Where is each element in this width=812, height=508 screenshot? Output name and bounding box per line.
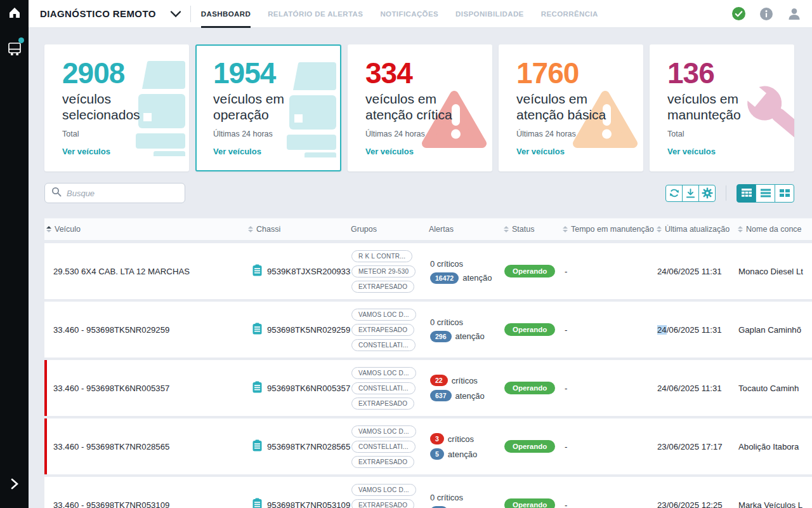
card-value: 1760 [516, 58, 643, 89]
dealer-name: Tocauto Caminh [736, 384, 812, 393]
chassis-cell: 953698TK6NR005357 [246, 381, 349, 395]
vehicle-name: 33.460 - 953698TK7NR028565 [44, 442, 246, 451]
group-pill: EXTRAPESADO [351, 499, 414, 508]
column-header-tempo-manutencao[interactable]: Tempo em manutenção [561, 225, 655, 234]
table-toolbar [44, 182, 794, 204]
alerts-cell: 22 críticos 637 atenção [427, 375, 502, 401]
card-veiculos-atencao-critica[interactable]: 334 veículos em atenção crítica Últimas … [348, 44, 492, 171]
critical-alerts: 0 críticos [430, 259, 463, 269]
card-period: Total [667, 130, 794, 138]
attention-alerts: 296 atenção [430, 331, 485, 342]
card-veiculos-selecionados[interactable]: 2908 veículos selecionados Total Ver veí… [44, 44, 189, 171]
tab-recorrencia[interactable]: RECORRÊNCIA [541, 0, 598, 28]
dealer-name: Monaco Diesel Lt [736, 267, 812, 276]
last-update: 23/06/2025 12:25 [655, 500, 736, 508]
column-header-ultima-atualizacao[interactable]: Última atualização [655, 225, 736, 234]
dealer-name: Abolição Itabora [736, 442, 812, 451]
home-button[interactable] [0, 0, 29, 28]
column-header-nome-concessionaria[interactable]: Nome da conce [736, 225, 812, 234]
maintenance-time: - [561, 442, 655, 451]
status-cell: Operando [502, 440, 561, 453]
ver-veiculos-link[interactable]: Ver veículos [62, 147, 110, 156]
table-row[interactable]: 33.460 - 953698TK5NR029259 953698TK5NR02… [44, 302, 812, 358]
last-update: 24/06/2025 11:31 [655, 267, 736, 276]
connection-status-button[interactable] [731, 6, 746, 21]
info-circle-icon [759, 7, 773, 21]
info-button[interactable] [759, 7, 773, 21]
table-row[interactable]: 29.530 6X4 CAB. LTA 12 MARCHAS 9539K8TJX… [44, 243, 812, 299]
search-input[interactable] [67, 189, 180, 198]
column-header-status[interactable]: Status [502, 225, 561, 234]
critical-alerts: 0 críticos [430, 318, 463, 327]
view-cards-button[interactable] [775, 184, 794, 203]
chassis-cell: 9539K8TJXSR200933 [246, 264, 349, 278]
sort-icon [657, 226, 662, 232]
expand-sidebar-button[interactable] [0, 471, 29, 499]
app-title: DIAGNÓSTICO REMOTO [40, 8, 156, 19]
group-pill: R K L CONTR... [351, 250, 412, 262]
card-veiculos-em-manutencao[interactable]: 136 veículos em manunteção Total Ver veí… [650, 44, 794, 171]
status-badge: Operando [504, 440, 555, 453]
vehicles-nav-button[interactable] [0, 36, 29, 64]
chassis-clipboard-icon [252, 323, 262, 337]
status-badge: Operando [504, 265, 555, 277]
attention-alerts: 16 atenção [430, 506, 481, 508]
table-body: 29.530 6X4 CAB. LTA 12 MARCHAS 9539K8TJX… [44, 243, 812, 508]
refresh-button[interactable] [665, 185, 683, 202]
tab-notificacoes[interactable]: NOTIFICAÇÕES [380, 0, 438, 28]
card-label: veículos em atenção básica [516, 91, 629, 123]
critical-alerts: 22 críticos [430, 375, 478, 386]
tab-dashboard[interactable]: DASHBOARD [201, 0, 251, 28]
view-table-button[interactable] [737, 184, 756, 203]
maintenance-time: - [561, 384, 655, 393]
column-header-chassi[interactable]: Chassi [246, 225, 349, 234]
card-veiculos-em-operacao[interactable]: 1954 veículos em operação Últimas 24 hor… [195, 44, 341, 171]
status-cell: Operando [502, 323, 561, 336]
tab-disponibilidade[interactable]: DISPONIBILIDADE [455, 0, 524, 28]
notification-dot [18, 37, 24, 43]
refresh-icon [669, 187, 680, 199]
card-veiculos-atencao-basica[interactable]: 1760 veículos em atenção básica Últimas … [499, 44, 643, 171]
table-grid-icon [742, 189, 752, 197]
vehicle-name: 33.460 - 953698TK7NR053109 [44, 500, 246, 508]
column-header-veiculo[interactable]: Veículo [44, 225, 246, 234]
vehicle-name: 33.460 - 953698TK6NR005357 [44, 384, 246, 393]
column-header-grupos[interactable]: Grupos [349, 225, 427, 234]
list-rows-icon [761, 189, 771, 197]
settings-button[interactable] [698, 185, 716, 202]
card-value: 136 [667, 58, 794, 89]
tab-relatorio-de-alertas[interactable]: RELATÓRIO DE ALERTAS [268, 0, 363, 28]
ver-veiculos-link[interactable]: Ver veículos [667, 147, 716, 156]
maintenance-time: - [561, 325, 655, 335]
app-switcher-dropdown[interactable] [170, 10, 181, 18]
attention-alerts: 16472 atenção [430, 272, 492, 284]
status-badge: Operando [504, 323, 555, 336]
ver-veiculos-link[interactable]: Ver veículos [213, 147, 261, 156]
table-row[interactable]: 33.460 - 953698TK7NR053109 953698TK7NR05… [44, 477, 812, 508]
view-toggle-group [737, 184, 794, 203]
text-selection-highlight: 24 [657, 325, 667, 335]
ver-veiculos-link[interactable]: Ver veículos [516, 147, 565, 156]
group-pill: VAMOS LOC D... [351, 484, 416, 496]
table-row[interactable]: 33.460 - 953698TK6NR005357 953698TK6NR00… [44, 360, 812, 416]
attention-count-pill: 296 [430, 331, 452, 342]
chassis-cell: 953698TK5NR029259 [246, 323, 349, 337]
download-button[interactable] [682, 185, 699, 202]
group-pill: METEOR 29-530 [351, 265, 416, 277]
sort-icon [504, 226, 509, 232]
groups-cell: VAMOS LOC D...CONSTELLATI...EXTRAPESADO [349, 367, 427, 410]
maintenance-time: - [561, 267, 655, 276]
view-list-button[interactable] [756, 184, 775, 203]
check-circle-icon [731, 6, 746, 21]
group-pill: VAMOS LOC D... [351, 367, 416, 379]
chassis-number: 953698TK6NR005357 [267, 384, 350, 393]
account-button[interactable] [787, 6, 802, 22]
ver-veiculos-link[interactable]: Ver veículos [365, 147, 414, 156]
groups-cell: VAMOS LOC D...EXTRAPESADOCONSTELLATI... [349, 484, 427, 508]
table-row[interactable]: 33.460 - 953698TK7NR028565 953698TK7NR02… [44, 418, 812, 474]
status-cell: Operando [502, 498, 561, 508]
column-header-alertas[interactable]: Alertas [427, 225, 502, 234]
search-box [44, 183, 185, 203]
group-pill: EXTRAPESADO [351, 281, 414, 293]
card-value: 2908 [62, 58, 189, 89]
